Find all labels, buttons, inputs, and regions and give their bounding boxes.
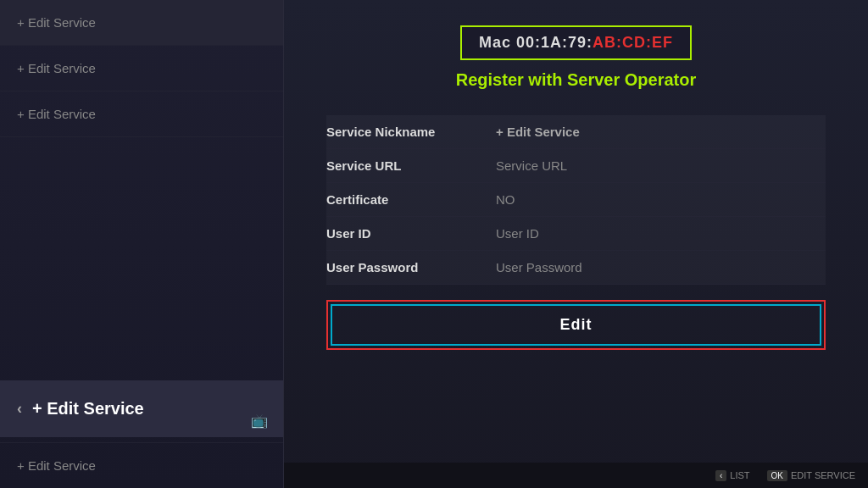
ok-key-label: EDIT SERVICE [791,470,855,480]
bottom-bar: ‹ LIST OK EDIT SERVICE [284,463,868,488]
ok-key-hint: OK EDIT SERVICE [767,470,855,481]
value-nickname: + Edit Service [496,125,580,139]
sidebar-item-3[interactable]: + Edit Service [0,92,283,137]
monitor-icon: 📺 [251,413,268,429]
list-key-icon: ‹ [715,470,726,481]
label-userid: User ID [326,226,496,241]
value-userid: User ID [496,226,539,241]
value-certificate: NO [496,192,515,207]
form-row-url: Service URL Service URL [326,149,826,183]
edit-button-outer-border: Edit [326,300,826,350]
sidebar-item-label-3: + Edit Service [17,107,96,121]
list-key-hint: ‹ LIST [715,470,750,481]
sidebar-last-item[interactable]: + Edit Service [0,442,283,488]
label-url: Service URL [326,158,496,173]
sidebar-item-label-2: + Edit Service [17,61,96,75]
form-row-certificate: Certificate NO [326,183,826,217]
mac-highlight: AB:CD:EF [593,34,673,51]
ok-key-icon: OK [767,470,787,481]
mac-address-box: Mac 00:1A:79:AB:CD:EF [326,25,826,60]
mac-container: Mac 00:1A:79:AB:CD:EF [460,25,692,60]
edit-button[interactable]: Edit [331,304,821,346]
value-password: User Password [496,260,582,274]
sidebar: + Edit Service + Edit Service + Edit Ser… [0,0,284,488]
sidebar-active-item[interactable]: ‹ + Edit Service [0,380,283,437]
left-arrow-icon: ‹ [17,400,22,418]
register-text: Register with Server Operator [326,70,826,90]
form-row-nickname: Service Nickname + Edit Service [326,115,826,149]
list-key-label: LIST [730,470,749,480]
service-form: Service Nickname + Edit Service Service … [326,115,826,285]
sidebar-item-2[interactable]: + Edit Service [0,46,283,92]
label-nickname: Service Nickname [326,125,496,139]
sidebar-active-label: + Edit Service [32,399,144,419]
main-background: + Edit Service + Edit Service + Edit Ser… [0,0,868,488]
label-certificate: Certificate [326,192,496,207]
label-password: User Password [326,260,496,274]
sidebar-last-label: + Edit Service [17,458,96,473]
form-row-userid: User ID User ID [326,217,826,251]
sidebar-item-label-1: + Edit Service [17,15,96,30]
form-row-password: User Password User Password [326,251,826,285]
sidebar-item-1[interactable]: + Edit Service [0,0,283,46]
value-url: Service URL [496,158,567,173]
content-area: Mac 00:1A:79:AB:CD:EF Register with Serv… [284,0,868,488]
edit-button-container: Edit [326,300,826,350]
mac-prefix: Mac 00:1A:79: [479,34,593,51]
